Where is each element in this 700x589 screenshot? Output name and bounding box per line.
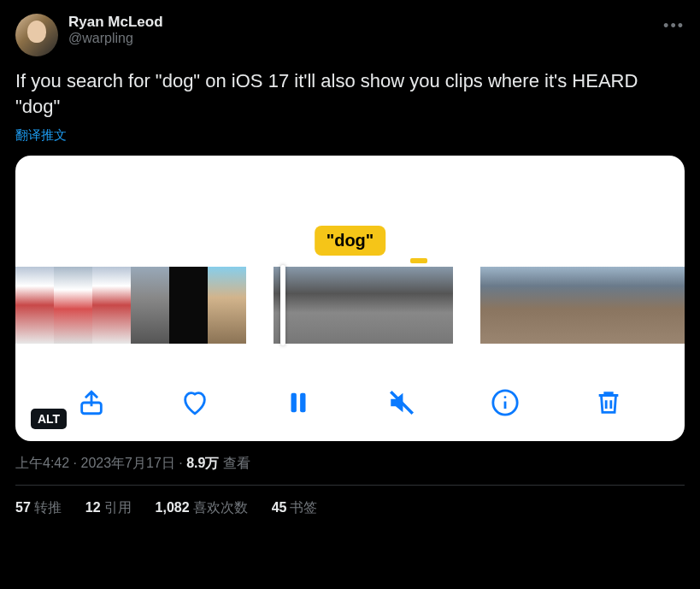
views-label: 查看 [219, 456, 250, 470]
stat-bookmarks[interactable]: 45书签 [272, 499, 318, 517]
tweet-text: If you search for "dog" on iOS 17 it'll … [15, 68, 685, 119]
alt-badge[interactable]: ALT [31, 409, 67, 429]
translate-link[interactable]: 翻译推文 [15, 127, 67, 144]
stats-row: 57转推 12引用 1,082喜欢次数 45书签 [15, 486, 685, 517]
clip-frame [583, 267, 617, 344]
heart-icon[interactable] [179, 386, 211, 419]
timestamp: 上午4:42 [15, 456, 69, 470]
tweet-header: Ryan McLeod @warpling ••• [15, 14, 685, 56]
date: 2023年7月17日 [80, 456, 174, 470]
clip-frame [131, 267, 169, 344]
views-count: 8.9万 [186, 456, 219, 470]
video-timeline[interactable] [15, 267, 685, 344]
stat-quotes[interactable]: 12引用 [85, 499, 132, 517]
info-icon[interactable] [489, 386, 521, 419]
share-icon[interactable] [75, 386, 108, 419]
user-handle: @warpling [68, 31, 163, 46]
clip-frame [393, 267, 453, 344]
user-block[interactable]: Ryan McLeod @warpling [68, 14, 163, 46]
pause-icon[interactable] [282, 386, 315, 419]
tweet-container: Ryan McLeod @warpling ••• If you search … [0, 0, 700, 531]
meta-line[interactable]: 上午4:42 · 2023年7月17日 · 8.9万 查看 [15, 455, 685, 473]
clip-frame [617, 267, 651, 344]
caption-bubble: "dog" [315, 226, 386, 256]
clip-frame [54, 267, 92, 344]
clip-frame [169, 267, 208, 344]
svg-rect-2 [300, 393, 305, 413]
display-name: Ryan McLeod [68, 14, 163, 31]
clip-frame [651, 267, 685, 344]
clip-frame [515, 267, 549, 344]
media-card[interactable]: "dog" [15, 156, 685, 441]
timeline-marker [410, 258, 427, 263]
clip-frame [92, 267, 131, 344]
clip-frame [15, 267, 54, 344]
svg-point-6 [504, 397, 507, 399]
avatar[interactable] [15, 14, 58, 56]
mute-icon[interactable] [385, 386, 418, 419]
playhead[interactable] [280, 265, 285, 345]
clip-group[interactable] [15, 267, 246, 344]
trash-icon[interactable] [592, 386, 625, 419]
clip-group[interactable] [274, 267, 453, 344]
more-icon[interactable]: ••• [663, 17, 685, 35]
clip-frame [549, 267, 583, 344]
clip-frame [208, 267, 246, 344]
clip-frame [480, 267, 515, 344]
clip-group[interactable] [480, 267, 685, 344]
clip-frame [333, 267, 393, 344]
svg-rect-1 [291, 393, 296, 413]
media-toolbar [15, 386, 685, 419]
stat-retweets[interactable]: 57转推 [15, 499, 62, 517]
stat-likes[interactable]: 1,082喜欢次数 [156, 499, 248, 517]
